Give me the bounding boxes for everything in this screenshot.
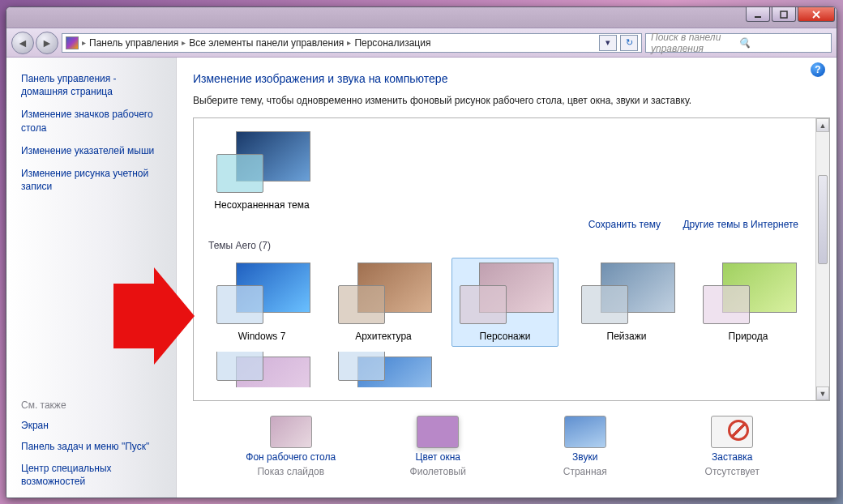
aero-themes-header: Темы Aero (7) (208, 240, 815, 251)
theme-windows7[interactable]: Windows 7 (208, 258, 315, 347)
personalization-window: ◄ ► ▸ Панель управления ▸ Все элементы п… (6, 6, 837, 498)
more-themes-link[interactable]: Другие темы в Интернете (683, 219, 798, 230)
minimize-button[interactable] (746, 7, 770, 22)
theme-label: Архитектура (355, 331, 412, 342)
theme-characters[interactable]: Персонажи (451, 258, 558, 347)
scroll-thumb[interactable] (818, 175, 828, 264)
setting-title: Заставка (712, 451, 753, 463)
theme-label: Windows 7 (238, 331, 286, 342)
theme-architecture[interactable]: Архитектура (330, 258, 437, 347)
sidebar-mouse-pointers-link[interactable]: Изменение указателей мыши (21, 144, 165, 157)
setting-desktop-background[interactable]: Фон рабочего стола Показ слайдов (230, 416, 352, 477)
address-toolbar: ◄ ► ▸ Панель управления ▸ Все элементы п… (6, 28, 837, 58)
setting-subtitle: Отсутствует (705, 466, 760, 477)
scroll-up-button[interactable]: ▲ (816, 118, 829, 132)
settings-row: Фон рабочего стола Показ слайдов Цвет ок… (193, 408, 830, 477)
theme-partial-2[interactable] (330, 352, 437, 387)
see-also-header: См. также (21, 399, 165, 411)
setting-screensaver[interactable]: Заставка Отсутствует (671, 416, 793, 477)
setting-window-color[interactable]: Цвет окна Фиолетовый (377, 416, 499, 477)
theme-label: Пейзажи (607, 331, 647, 342)
desktop-background-icon (270, 416, 312, 448)
address-bar[interactable]: ▸ Панель управления ▸ Все элементы панел… (62, 33, 642, 53)
theme-label: Персонажи (480, 331, 531, 342)
setting-subtitle: Фиолетовый (410, 466, 466, 477)
refresh-button[interactable]: ↻ (620, 35, 638, 51)
sidebar-home-link[interactable]: Панель управления - домашняя страница (21, 72, 165, 98)
scrollbar[interactable]: ▲ ▼ (815, 118, 829, 400)
screensaver-icon (711, 416, 753, 448)
setting-title: Звуки (572, 451, 597, 463)
theme-label: Природа (729, 331, 768, 342)
search-icon: 🔍 (738, 37, 826, 49)
theme-landscapes[interactable]: Пейзажи (573, 258, 680, 347)
address-dropdown-button[interactable]: ▾ (599, 35, 617, 51)
titlebar (6, 7, 837, 28)
window-color-icon (417, 416, 459, 448)
svg-rect-1 (781, 11, 787, 18)
sounds-icon (564, 416, 606, 448)
setting-subtitle: Показ слайдов (257, 466, 324, 477)
theme-nature[interactable]: Природа (695, 258, 802, 347)
see-also-ease-link[interactable]: Центр специальных возможностей (21, 462, 165, 488)
setting-subtitle: Странная (563, 466, 607, 477)
breadcrumb-part-2[interactable]: Все элементы панели управления (189, 37, 344, 49)
sidebar: Панель управления - домашняя страница Из… (6, 58, 177, 498)
theme-label: Несохраненная тема (214, 199, 309, 211)
nav-back-button[interactable]: ◄ (11, 32, 34, 54)
page-title: Изменение изображения и звука на компьют… (193, 72, 830, 85)
breadcrumb-part-3[interactable]: Персонализация (354, 37, 430, 49)
setting-title: Фон рабочего стола (246, 451, 336, 463)
help-icon[interactable]: ? (811, 62, 825, 77)
save-theme-link[interactable]: Сохранить тему (588, 219, 661, 230)
maximize-button[interactable] (772, 7, 796, 22)
themes-panel: Несохраненная тема Сохранить тему Другие… (193, 117, 830, 401)
search-input[interactable]: Поиск в панели управления 🔍 (645, 33, 832, 53)
see-also-display-link[interactable]: Экран (21, 419, 165, 432)
chevron-right-icon: ▸ (347, 38, 351, 47)
nav-forward-button[interactable]: ► (36, 32, 58, 54)
sidebar-desktop-icons-link[interactable]: Изменение значков рабочего стола (21, 108, 165, 134)
control-panel-icon (66, 36, 79, 49)
setting-sounds[interactable]: Звуки Странная (524, 416, 646, 477)
setting-title: Цвет окна (416, 451, 460, 463)
breadcrumb-part-1[interactable]: Панель управления (89, 37, 178, 49)
close-button[interactable] (798, 7, 835, 22)
chevron-right-icon: ▸ (82, 38, 86, 47)
see-also-taskbar-link[interactable]: Панель задач и меню "Пуск" (21, 440, 165, 453)
chevron-right-icon: ▸ (182, 38, 186, 47)
page-subtitle: Выберите тему, чтобы одновременно измени… (193, 95, 830, 106)
svg-rect-0 (755, 16, 761, 18)
scroll-down-button[interactable]: ▼ (816, 387, 829, 400)
sidebar-account-picture-link[interactable]: Изменение рисунка учетной записи (21, 167, 165, 193)
theme-partial-1[interactable] (208, 352, 315, 387)
main-content: ? Изменение изображения и звука на компь… (177, 58, 837, 498)
theme-unsaved[interactable]: Несохраненная тема (208, 126, 315, 216)
search-placeholder: Поиск в панели управления (651, 32, 738, 54)
